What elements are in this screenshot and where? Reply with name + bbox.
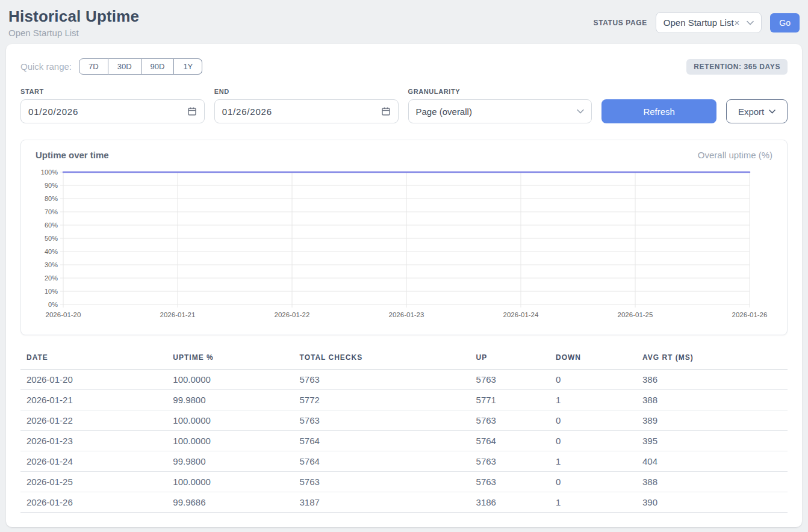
status-page-value: Open Startup List <box>663 17 734 28</box>
quick-range-row: Quick range: 7D30D90D1Y RETENTION: 365 D… <box>20 58 788 75</box>
table-cell: 2026-01-20 <box>20 370 167 390</box>
chart-header: Uptime over time Overall uptime (%) <box>36 150 772 160</box>
status-page-select[interactable]: Open Startup List × <box>656 12 762 33</box>
table-cell: 388 <box>636 472 788 492</box>
svg-text:50%: 50% <box>45 235 58 242</box>
svg-text:100%: 100% <box>41 169 58 176</box>
start-field: START 01/20/2026 <box>20 88 205 123</box>
table-row: 2026-01-20100.0000576357630386 <box>20 370 788 390</box>
table-cell: 5764 <box>294 451 470 472</box>
retention-badge: RETENTION: 365 DAYS <box>686 59 788 75</box>
table-cell: 0 <box>550 370 636 390</box>
column-header: UP <box>470 350 550 370</box>
svg-text:80%: 80% <box>45 195 58 202</box>
chart-title: Uptime over time <box>36 150 109 160</box>
table-header-row: DATEUPTIME %TOTAL CHECKSUPDOWNAVG RT (MS… <box>20 350 788 370</box>
column-header: AVG RT (MS) <box>636 350 788 370</box>
quick-range-1y[interactable]: 1Y <box>174 58 202 75</box>
calendar-icon[interactable] <box>381 107 391 116</box>
table-cell: 5763 <box>294 410 470 431</box>
column-header: DATE <box>20 350 167 370</box>
table-cell: 1 <box>550 390 636 410</box>
quick-range-group: 7D30D90D1Y <box>79 58 202 75</box>
column-header: TOTAL CHECKS <box>294 350 470 370</box>
table-cell: 2026-01-22 <box>20 410 167 431</box>
controls-row: START 01/20/2026 END 01/26/2026 <box>20 88 788 123</box>
chevron-down-icon <box>577 109 584 114</box>
table-cell: 2026-01-24 <box>20 451 167 472</box>
svg-text:2026-01-22: 2026-01-22 <box>275 311 310 318</box>
end-date-input[interactable]: 01/26/2026 <box>214 99 399 123</box>
table-cell: 5763 <box>470 472 550 492</box>
svg-text:10%: 10% <box>45 288 58 295</box>
uptime-chart: 0%10%20%30%40%50%60%70%80%90%100%2026-01… <box>36 166 772 324</box>
table-cell: 99.9800 <box>167 451 293 472</box>
svg-text:20%: 20% <box>45 274 58 282</box>
topbar: Historical Uptime Open Startup List STAT… <box>6 0 802 44</box>
table-cell: 1 <box>550 451 636 472</box>
start-date-value: 01/20/2026 <box>28 107 78 117</box>
table-cell: 386 <box>636 370 788 390</box>
table-cell: 388 <box>636 390 788 410</box>
start-label: START <box>20 88 205 95</box>
svg-text:2026-01-24: 2026-01-24 <box>503 311 539 318</box>
export-button-label: Export <box>738 107 764 117</box>
svg-text:2026-01-20: 2026-01-20 <box>46 311 81 318</box>
table-cell: 100.0000 <box>167 431 293 451</box>
svg-text:2026-01-25: 2026-01-25 <box>618 311 653 318</box>
export-button[interactable]: Export <box>726 99 788 123</box>
table-row: 2026-01-23100.0000576457640395 <box>20 431 788 451</box>
table-cell: 3186 <box>470 492 550 513</box>
svg-text:40%: 40% <box>45 248 58 255</box>
svg-text:0%: 0% <box>48 301 58 308</box>
table-cell: 5764 <box>470 431 550 451</box>
table-row: 2026-01-2199.9800577257711388 <box>20 390 788 410</box>
start-date-input[interactable]: 01/20/2026 <box>20 99 205 123</box>
table-cell: 99.9800 <box>167 390 293 410</box>
go-button[interactable]: Go <box>770 13 800 32</box>
quick-range-30d[interactable]: 30D <box>108 58 141 75</box>
title-block: Historical Uptime Open Startup List <box>8 7 139 38</box>
table-cell: 5772 <box>294 390 470 410</box>
table-cell: 5763 <box>470 451 550 472</box>
table-cell: 100.0000 <box>167 410 293 431</box>
table-cell: 5764 <box>294 431 470 451</box>
calendar-icon[interactable] <box>187 107 197 116</box>
column-header: UPTIME % <box>167 350 293 370</box>
table-row: 2026-01-2699.9686318731861390 <box>20 492 788 513</box>
table-cell: 390 <box>636 492 788 513</box>
page-subtitle: Open Startup List <box>8 28 139 38</box>
table-cell: 0 <box>550 431 636 451</box>
end-date-value: 01/26/2026 <box>222 107 272 117</box>
svg-text:60%: 60% <box>45 221 58 229</box>
table-cell: 2026-01-23 <box>20 431 167 451</box>
table-cell: 3187 <box>294 492 470 513</box>
svg-text:90%: 90% <box>45 182 58 189</box>
table-cell: 100.0000 <box>167 370 293 390</box>
table-cell: 2026-01-25 <box>20 472 167 492</box>
column-header: DOWN <box>550 350 636 370</box>
uptime-table: DATEUPTIME %TOTAL CHECKSUPDOWNAVG RT (MS… <box>20 350 788 513</box>
granularity-field: GRANULARITY Page (overall) <box>408 88 592 123</box>
end-label: END <box>214 88 399 95</box>
chevron-down-icon <box>747 20 754 25</box>
table-cell: 5763 <box>294 370 470 390</box>
quick-range-7d[interactable]: 7D <box>79 58 108 75</box>
refresh-button[interactable]: Refresh <box>601 99 716 123</box>
table-cell: 5771 <box>470 390 550 410</box>
status-page-label: STATUS PAGE <box>594 19 647 27</box>
table-cell: 1 <box>550 492 636 513</box>
svg-text:2026-01-23: 2026-01-23 <box>389 311 424 318</box>
end-field: END 01/26/2026 <box>214 88 399 123</box>
svg-text:70%: 70% <box>45 208 58 215</box>
table-cell: 404 <box>636 451 788 472</box>
granularity-select[interactable]: Page (overall) <box>408 99 592 123</box>
svg-text:2026-01-26: 2026-01-26 <box>732 311 768 318</box>
table-cell: 0 <box>550 410 636 431</box>
page: Historical Uptime Open Startup List STAT… <box>0 0 808 527</box>
chart-legend: Overall uptime (%) <box>698 150 772 160</box>
quick-range-90d[interactable]: 90D <box>141 58 175 75</box>
chevron-down-icon <box>769 110 775 114</box>
clear-icon[interactable]: × <box>735 17 740 28</box>
chart-card: Uptime over time Overall uptime (%) 0%10… <box>20 140 788 335</box>
